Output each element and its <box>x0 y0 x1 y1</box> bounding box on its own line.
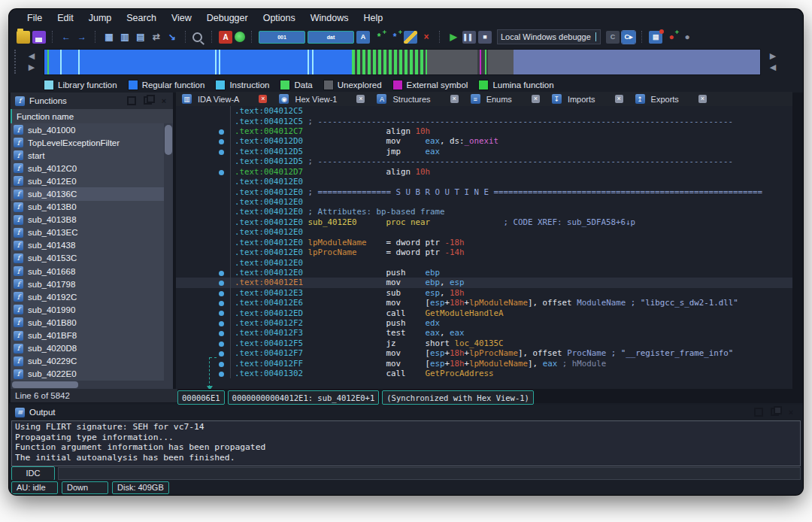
add-breakpoint-icon[interactable]: ●+ <box>665 31 678 44</box>
function-list-item[interactable]: fsub_40136C <box>11 187 164 200</box>
maximize-panel-icon[interactable] <box>754 408 763 417</box>
scrollbar-thumb[interactable] <box>12 381 78 388</box>
delete-function-icon[interactable]: × <box>420 31 433 44</box>
disasm-line[interactable]: .text:004012D5 ; -----------------------… <box>176 156 792 166</box>
menu-edit[interactable]: Edit <box>50 11 81 26</box>
navigate-forward-icon[interactable]: → <box>75 31 89 44</box>
disasm-line[interactable]: .text:004012C5 ; -----------------------… <box>176 116 792 126</box>
edit-function-icon[interactable] <box>404 31 417 44</box>
disasm-line[interactable]: .text:004012E0 push ebp <box>176 268 792 278</box>
tab-close-icon[interactable]: × <box>532 95 540 103</box>
menu-file[interactable]: File <box>20 11 50 26</box>
tab-exports[interactable]: ↥Exports× <box>629 92 713 106</box>
scrollbar-thumb[interactable] <box>165 125 172 155</box>
add-data-icon[interactable]: dat <box>308 31 354 44</box>
disasm-line[interactable]: .text:00401302 call GetProcAddress <box>176 369 792 378</box>
jump-to-segment-icon[interactable]: ▤ <box>134 31 147 44</box>
band-arrow-left-icon[interactable]: ◀ <box>770 62 776 72</box>
function-list-item[interactable]: fsub_401438 <box>11 239 164 252</box>
tab-hex-view-1[interactable]: ◉Hex View-1× <box>273 92 371 106</box>
navigate-back-icon[interactable]: ← <box>59 31 73 44</box>
output-log[interactable]: Using FLIRT signature: SEH for vc7-14Pro… <box>11 420 801 466</box>
function-list-item[interactable]: fsub_4013B0 <box>11 201 164 214</box>
disasm-line[interactable]: .text:004012F2 push edx <box>176 318 792 328</box>
disasm-line[interactable]: .text:004012E0 <box>176 197 792 207</box>
add-function-icon[interactable]: *+ <box>372 31 386 44</box>
menu-help[interactable]: Help <box>356 11 390 26</box>
search-icon[interactable] <box>192 32 202 42</box>
save-file-icon[interactable] <box>32 31 46 44</box>
menu-view[interactable]: View <box>164 11 199 26</box>
add-string-icon[interactable]: A <box>356 31 370 44</box>
add-constant-icon[interactable]: 001 <box>259 31 305 44</box>
disable-breakpoint-icon[interactable]: ● <box>680 31 694 44</box>
step-source-icon[interactable]: C <box>606 31 620 44</box>
functions-horizontal-scrollbar[interactable] <box>11 381 173 389</box>
band-scroll-left[interactable]: ◀▶ <box>26 48 38 75</box>
function-list-item[interactable]: fsub_401798 <box>11 278 164 290</box>
disasm-line[interactable]: .text:004012F7 mov [esp+18h+lpProcName],… <box>176 348 792 358</box>
float-panel-icon[interactable] <box>771 408 779 416</box>
idc-button[interactable]: IDC <box>11 466 55 481</box>
function-list-item[interactable]: fsub_4020D8 <box>11 342 164 355</box>
jump-xref-icon[interactable]: ↘ <box>165 31 179 44</box>
debugger-selector[interactable]: Local Windows debugge <box>497 29 601 44</box>
tab-structures[interactable]: AStructures× <box>371 92 464 106</box>
tab-close-icon[interactable]: × <box>450 95 459 103</box>
run-to-cursor-icon[interactable]: C▸ <box>622 31 635 44</box>
disasm-line[interactable]: .text:004012C5 <box>176 106 792 116</box>
menu-options[interactable]: Options <box>256 11 303 26</box>
function-list-item[interactable]: fsub_40229C <box>11 355 164 368</box>
disasm-line[interactable]: .text:004012D5 jmp eax <box>176 147 792 156</box>
functions-vertical-scrollbar[interactable] <box>164 123 173 381</box>
function-list-item[interactable]: fsub_4022E0 <box>11 368 164 381</box>
jump-to-name-icon[interactable]: ▥ <box>118 31 132 44</box>
band-arrow-right-icon[interactable]: ▶ <box>29 62 35 72</box>
disasm-line[interactable]: .text:004012D0 mov eax, ds:_onexit <box>176 136 792 146</box>
pause-debugger-icon[interactable]: ▌▌ <box>462 31 476 44</box>
functions-column-header[interactable]: Function name <box>11 109 173 123</box>
disasm-line[interactable]: .text:004012ED call GetModuleHandleA <box>176 308 792 317</box>
disasm-line[interactable]: .text:004012E0 sub_4012E0 proc near ; CO… <box>176 217 792 227</box>
menu-windows[interactable]: Windows <box>303 11 356 26</box>
function-list-item[interactable]: fsub_401B80 <box>11 316 164 329</box>
disasm-line[interactable]: .text:004012C7 align 10h <box>176 126 792 136</box>
function-list-item[interactable]: fsub_401000 <box>11 123 164 136</box>
disasm-line[interactable]: .text:004012E0 lpModuleName = dword ptr … <box>176 237 792 247</box>
float-panel-icon[interactable] <box>144 96 152 105</box>
disasm-line[interactable]: .text:004012E1 mov ebp, esp <box>176 278 792 287</box>
function-list-item[interactable]: fsub_401BF8 <box>11 329 164 342</box>
function-list-item[interactable]: fsub_4012C0 <box>11 162 164 175</box>
navigation-band[interactable] <box>44 49 761 75</box>
function-list-item[interactable]: fsub_4013B8 <box>11 214 164 226</box>
menu-debugger[interactable]: Debugger <box>199 11 256 26</box>
disasm-line[interactable]: .text:004012FF mov [esp+18h+lpModuleName… <box>176 359 792 369</box>
band-drag-handle[interactable] <box>14 50 16 74</box>
function-list-item[interactable]: fTopLevelExceptionFilter <box>11 136 164 149</box>
disasm-line[interactable]: .text:004012F5 jz short loc_40135C <box>176 338 792 348</box>
open-file-icon[interactable] <box>17 31 30 44</box>
disasm-line[interactable]: .text:004012E0 lpProcName = dword ptr -1… <box>176 247 792 257</box>
function-list-item[interactable]: fstart <box>11 149 164 162</box>
menu-jump[interactable]: Jump <box>81 11 120 26</box>
disasm-line[interactable]: .text:004012E0 <box>176 177 792 187</box>
function-list-item[interactable]: fsub_401990 <box>11 303 164 316</box>
tab-close-icon[interactable]: × <box>615 95 623 103</box>
add-type-icon[interactable]: *+ <box>388 31 401 44</box>
functions-list[interactable]: fsub_401000fTopLevelExceptionFilterfstar… <box>11 123 164 381</box>
jump-stack-icon[interactable]: ⇄ <box>150 31 163 44</box>
jump-to-address-icon[interactable]: ▦ <box>102 31 116 44</box>
function-list-item[interactable]: fsub_4012E0 <box>11 175 164 187</box>
close-panel-icon[interactable]: × <box>786 408 795 417</box>
function-list-item[interactable]: fsub_40192C <box>11 290 164 303</box>
disassembly-view[interactable]: .text:004012C5.text:004012C5 ; ---------… <box>176 106 792 389</box>
disasm-line[interactable]: .text:004012E3 sub esp, 18h <box>176 288 792 298</box>
tab-close-icon[interactable]: × <box>356 95 365 103</box>
tab-ida-view-a[interactable]: ▥IDA View-A× <box>176 92 273 106</box>
function-list-item[interactable]: fsub_40153C <box>11 252 164 265</box>
band-arrow-left-icon[interactable]: ◀ <box>29 51 35 61</box>
disasm-line[interactable]: .text:004012F3 test eax, eax <box>176 328 792 338</box>
disasm-line[interactable]: .text:004012D7 align 10h <box>176 167 792 177</box>
analysis-indicator-icon[interactable] <box>235 32 245 42</box>
tab-close-icon[interactable]: × <box>698 95 707 103</box>
